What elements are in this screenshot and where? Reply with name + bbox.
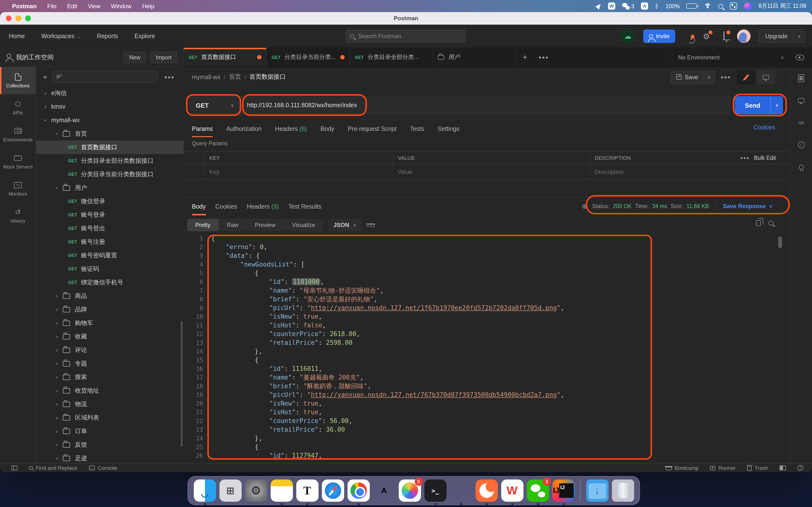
rail-item-mock-servers[interactable]: Mock Servers: [0, 148, 36, 175]
chevron-collapsed-icon[interactable]: ›: [55, 455, 59, 461]
tree-item[interactable]: GET绑定微信手机号: [36, 276, 184, 289]
tree-item[interactable]: › 收货地址: [36, 384, 184, 397]
breadcrumb-folder[interactable]: 首页: [229, 73, 241, 81]
battery-icon[interactable]: ↯: [687, 3, 697, 9]
request-tab-2[interactable]: GET分类目录全部分类...: [350, 48, 433, 67]
rail-item-history[interactable]: ↺History: [0, 202, 36, 229]
tree-item[interactable]: › 搜索: [36, 370, 184, 384]
new-button[interactable]: New: [123, 51, 146, 63]
chevron-collapsed-icon[interactable]: ›: [55, 388, 59, 394]
method-selector[interactable]: GET ∨: [188, 96, 240, 115]
breadcrumb-request[interactable]: 首页数据接口: [249, 73, 286, 81]
tree-item[interactable]: › 评论: [36, 343, 184, 357]
key-input[interactable]: Key: [205, 165, 394, 179]
tree-item[interactable]: › kmsv: [36, 100, 184, 113]
tree-item[interactable]: GET首页数据接口: [36, 140, 184, 154]
bell-icon[interactable]: [719, 32, 729, 41]
request-more-icon[interactable]: ●●●: [721, 74, 731, 80]
json-link[interactable]: http://yanxuan.nosdn.127.net/767b370d07f…: [311, 391, 557, 398]
dock-icon-safari[interactable]: [322, 480, 344, 502]
wechat-status-icon[interactable]: 3: [622, 3, 634, 9]
request-tab-1[interactable]: GET分类目录当前分类...: [267, 48, 350, 67]
response-body[interactable]: 1{2"errno": 0,3"data": {4"newGoodsList":…: [184, 234, 790, 460]
tree-item[interactable]: › 区域列表: [36, 411, 184, 425]
rail-item-apis[interactable]: ⬡APIs: [0, 94, 36, 121]
wrap-text-icon[interactable]: [366, 222, 375, 228]
json-link[interactable]: http://yanxuan.nosdn.127.net/1f67b1970ee…: [311, 304, 557, 312]
sidebar-scrollbar[interactable]: [181, 321, 183, 447]
chevron-collapsed-icon[interactable]: ›: [55, 320, 59, 326]
dock-icon-postman[interactable]: [475, 480, 498, 502]
minimize-window-button[interactable]: [15, 15, 21, 21]
tree-item[interactable]: GET账号注册: [36, 235, 184, 249]
chevron-collapsed-icon[interactable]: ›: [55, 334, 59, 339]
globe-icon[interactable]: ⊕: [582, 202, 587, 210]
tree-item[interactable]: GET分类目录全部分类数据接口: [36, 154, 184, 168]
response-tab-headers-3-[interactable]: Headers (3): [242, 198, 284, 215]
runner-button[interactable]: Runner: [710, 465, 735, 471]
menu-help[interactable]: Help: [137, 3, 159, 9]
send-options-chevron[interactable]: ∨: [770, 96, 783, 114]
request-tab-body[interactable]: Body: [320, 121, 334, 137]
gear-icon[interactable]: ⚙: [702, 32, 711, 41]
menubar-clock[interactable]: 8月11日 周三 11:08: [759, 2, 806, 10]
request-tab-settings[interactable]: Settings: [438, 121, 459, 137]
tree-item[interactable]: › 足迹: [36, 451, 184, 463]
view-pretty[interactable]: Pretty: [187, 219, 219, 231]
documentation-icon[interactable]: [790, 67, 812, 89]
bootcamp-button[interactable]: Bootcamp: [665, 465, 698, 471]
view-raw[interactable]: Raw: [219, 219, 247, 231]
rail-item-environments[interactable]: Environments: [0, 121, 36, 148]
avatar[interactable]: [737, 30, 751, 43]
import-button[interactable]: Import: [150, 51, 177, 63]
sidebar-toggle-icon[interactable]: [12, 465, 17, 470]
help-icon[interactable]: ?: [798, 465, 803, 471]
info-icon[interactable]: i: [790, 134, 812, 156]
zoom-window-button[interactable]: [25, 15, 31, 21]
request-tab-3[interactable]: 用户: [433, 48, 516, 67]
chevron-expanded-icon[interactable]: ›: [43, 118, 48, 123]
tree-item[interactable]: GET微信登录: [36, 194, 184, 208]
dock-icon-downloads[interactable]: [586, 480, 608, 502]
tree-item[interactable]: › 首页: [36, 127, 184, 140]
dock-icon-android-studio[interactable]: [450, 480, 472, 502]
dock-icon-wps[interactable]: W: [501, 480, 523, 502]
code-snippet-icon[interactable]: </>: [790, 112, 812, 134]
two-pane-icon[interactable]: [779, 465, 786, 470]
nav-explore[interactable]: Explore: [134, 33, 155, 39]
save-button[interactable]: Save ∨: [671, 70, 715, 84]
dock-icon-app-store[interactable]: A: [373, 480, 395, 502]
chevron-collapsed-icon[interactable]: ›: [55, 306, 59, 313]
tree-item[interactable]: › 反馈: [36, 438, 184, 451]
location-icon[interactable]: [596, 3, 601, 9]
dock-icon-settings[interactable]: ⚙: [245, 480, 267, 502]
dock-icon-launchpad[interactable]: ⊞: [219, 480, 242, 502]
close-window-button[interactable]: [6, 15, 12, 21]
rail-item-collections[interactable]: Collections: [0, 67, 36, 94]
nav-reports[interactable]: Reports: [97, 33, 118, 39]
tree-item[interactable]: › 用户: [36, 181, 184, 194]
chevron-collapsed-icon[interactable]: ›: [43, 90, 48, 96]
send-button[interactable]: Send ∨: [735, 96, 783, 114]
chevron-collapsed-icon[interactable]: ›: [55, 415, 59, 420]
chevron-collapsed-icon[interactable]: ›: [55, 293, 59, 299]
word-app-icon[interactable]: W: [608, 2, 615, 10]
dock-icon-finder[interactable]: [194, 480, 216, 502]
new-tab-button[interactable]: +: [516, 48, 534, 67]
request-tab-params[interactable]: Params: [192, 121, 213, 137]
tree-item[interactable]: GET账号密码重置: [36, 249, 184, 262]
request-tab-authorization[interactable]: Authorization: [226, 121, 261, 137]
tree-item[interactable]: › 收藏: [36, 330, 184, 343]
add-collection-button[interactable]: +: [43, 73, 47, 81]
request-tab-pre-request-script[interactable]: Pre-request Script: [348, 121, 396, 137]
invite-button[interactable]: Invite: [643, 30, 675, 43]
trash-button[interactable]: Trash: [748, 465, 768, 471]
menu-postman[interactable]: Postman: [7, 3, 42, 9]
chevron-collapsed-icon[interactable]: ›: [55, 401, 59, 407]
dock-icon-trash[interactable]: [612, 480, 634, 502]
rail-item-monitors[interactable]: ∿Monitors: [0, 175, 36, 202]
input-method-icon[interactable]: A: [641, 2, 648, 10]
menu-window[interactable]: Window: [106, 3, 137, 9]
language-dropdown[interactable]: JSON ∨: [328, 219, 362, 231]
save-chevron[interactable]: ∨: [703, 74, 714, 79]
